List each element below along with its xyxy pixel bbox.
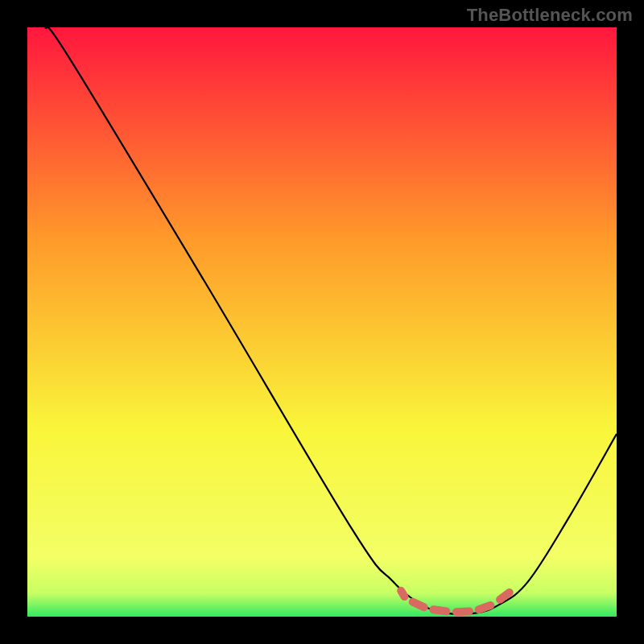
optimal-dash: [433, 609, 446, 611]
chart-svg: [27, 27, 617, 617]
optimal-dash: [479, 605, 491, 609]
watermark-text: TheBottleneck.com: [467, 5, 633, 26]
optimal-dash: [401, 591, 404, 597]
gradient-background: [27, 27, 617, 617]
plot-area: [27, 27, 617, 617]
optimal-dash: [500, 592, 510, 600]
optimal-dash: [456, 611, 469, 612]
optimal-dash: [413, 602, 424, 608]
chart-root: TheBottleneck.com: [0, 0, 644, 644]
